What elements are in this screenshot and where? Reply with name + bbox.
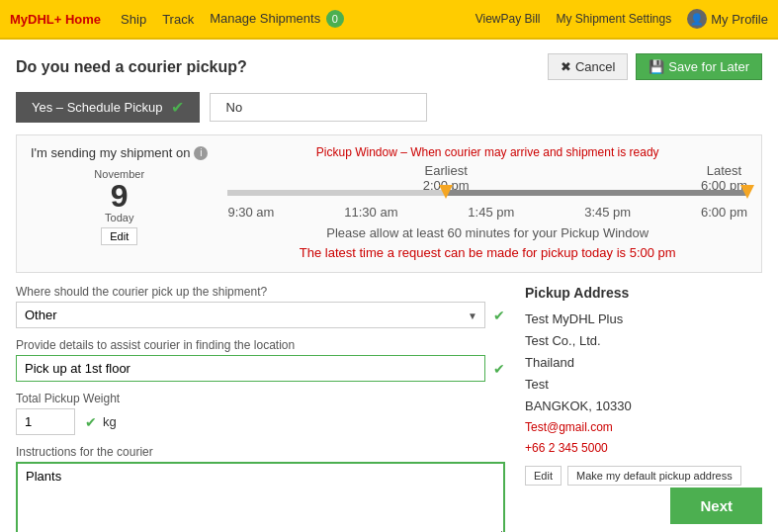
timeline-note1: Please allow at least 60 minutes for you… (227, 223, 747, 243)
address-text: Test MyDHL Plus Test Co., Ltd. Thailand … (525, 309, 762, 458)
header-buttons: ✖ Cancel 💾 Save for Later (548, 53, 762, 80)
pickup-window-label: Pickup Window – When courier may arrive … (227, 145, 747, 159)
latest-label: Latest (707, 163, 741, 178)
nav-item-track[interactable]: Track (162, 12, 194, 27)
timeline-block: Pickup Window – When courier may arrive … (227, 145, 747, 262)
info-icon: i (194, 146, 208, 160)
timeline-notes: Please allow at least 60 minutes for you… (227, 223, 747, 262)
nav-bar: MyDHL+ Home Ship Track Manage Shipments … (0, 0, 778, 40)
cancel-icon: ✖ (561, 59, 571, 74)
select-arrow-icon: ▼ (468, 310, 477, 320)
address-email: Test@gmail.com (525, 417, 762, 437)
nav-logo[interactable]: MyDHL+ Home (10, 12, 101, 27)
timeline-track (227, 183, 747, 203)
toggle-yes-button[interactable]: Yes – Schedule Pickup ✔ (16, 92, 200, 123)
pickup-address-title: Pickup Address (525, 285, 762, 301)
user-icon: 👤 (687, 9, 707, 29)
main-content: Do you need a courier pickup? ✖ Cancel 💾… (0, 40, 778, 532)
instructions-label: Instructions for the courier (16, 445, 505, 459)
toggle-no-button[interactable]: No (210, 93, 427, 122)
next-button[interactable]: Next (670, 488, 762, 524)
nav-user[interactable]: 👤 My Profile (687, 9, 768, 29)
nav-right: ViewPay Bill My Shipment Settings 👤 My P… (475, 9, 768, 29)
address-postal: BANGKOK, 10330 (525, 396, 762, 417)
schedule-header: I'm sending my shipment on i (31, 145, 208, 160)
pickup-location-label: Where should the courier pick up the shi… (16, 285, 505, 299)
pickup-location-select[interactable]: Other (16, 302, 485, 328)
save-icon: 💾 (648, 59, 664, 74)
weight-row: ✔ kg (16, 408, 505, 435)
schedule-box: I'm sending my shipment on i November 9 … (16, 134, 762, 273)
address-phone: +66 2 345 5000 (525, 438, 762, 458)
save-later-button[interactable]: 💾 Save for Later (636, 53, 762, 80)
date-edit-button[interactable]: Edit (101, 227, 137, 245)
pickup-toggle: Yes – Schedule Pickup ✔ No (16, 92, 762, 123)
courier-details-label: Provide details to assist courier in fin… (16, 338, 505, 352)
address-company: Test Co., Ltd. (525, 330, 762, 352)
svg-marker-0 (439, 185, 453, 199)
details-check-icon: ✔ (493, 361, 505, 377)
cancel-button[interactable]: ✖ Cancel (548, 53, 628, 80)
nav-item-manage[interactable]: Manage Shipments 0 (210, 10, 344, 28)
bottom-bar: Next (0, 480, 778, 532)
courier-details-input[interactable] (16, 355, 485, 382)
check-icon: ✔ (171, 98, 184, 117)
header-row: Do you need a courier pickup? ✖ Cancel 💾… (16, 53, 762, 80)
nav-item-ship[interactable]: Ship (121, 12, 146, 27)
address-country: Thailand (525, 352, 762, 374)
date-day: 9 (31, 180, 208, 212)
manage-badge: 0 (326, 10, 344, 28)
date-today: Today (31, 212, 208, 223)
weight-unit: kg (103, 414, 117, 429)
date-block: I'm sending my shipment on i November 9 … (31, 145, 208, 245)
weight-label: Total Pickup Weight (16, 392, 505, 405)
weight-check-icon: ✔ (85, 414, 97, 430)
nav-shipment-settings[interactable]: My Shipment Settings (556, 12, 671, 26)
address-name: Test MyDHL Plus (525, 309, 762, 330)
svg-marker-1 (740, 185, 754, 199)
nav-viewpay[interactable]: ViewPay Bill (475, 12, 541, 26)
page-title: Do you need a courier pickup? (16, 58, 247, 76)
timeline-times: 9:30 am 11:30 am 1:45 pm 3:45 pm 6:00 pm (227, 205, 747, 220)
address-city: Test (525, 374, 762, 396)
weight-input[interactable] (16, 408, 75, 435)
timeline-note2: The latest time a request can be made fo… (227, 243, 747, 263)
location-check-icon: ✔ (493, 308, 505, 323)
earliest-label: Earliest (424, 163, 467, 178)
